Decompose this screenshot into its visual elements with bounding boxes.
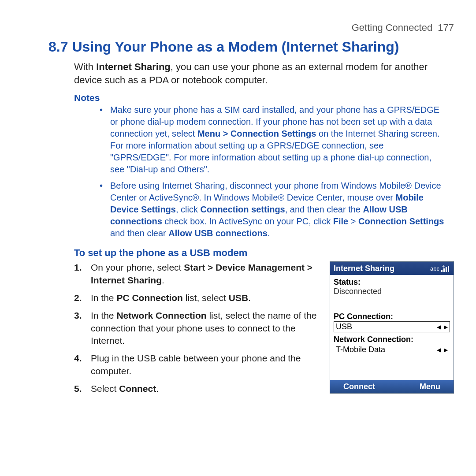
section-title: 8.7 Using Your Phone as a Modem (Interne… [48,39,454,55]
svg-rect-2 [446,267,447,272]
phone-softkeys: Connect Menu [330,380,454,393]
pc-connection-value: USB [336,322,352,331]
notes-list: Make sure your phone has a SIM card inst… [110,104,444,239]
network-connection-select[interactable]: T-Mobile Data ◀ ▶ [334,344,450,355]
svg-rect-1 [443,268,445,272]
intro-paragraph: With Internet Sharing, you can use your … [74,60,454,86]
signal-icon [441,265,450,272]
note-item: Make sure your phone has a SIM card inst… [110,104,444,175]
pc-connection-label: PC Connection: [334,312,450,321]
step-item: On your phone, select Start > Device Man… [74,261,319,286]
step-item: In the PC Connection list, select USB. [74,292,319,304]
notes-label: Notes [74,93,454,103]
phone-titlebar: Internet Sharing abc [330,262,454,275]
pc-connection-select[interactable]: USB ◀ ▶ [334,321,450,332]
step-item: Plug in the USB cable between your phone… [74,352,319,377]
network-connection-value: T-Mobile Data [336,345,385,354]
left-right-arrows-icon: ◀ ▶ [437,324,449,330]
left-right-arrows-icon: ◀ ▶ [437,347,449,353]
status-value: Disconnected [334,287,450,296]
phone-screenshot: Internet Sharing abc Status: Disconnecte… [330,261,454,394]
svg-rect-0 [441,270,443,272]
step-item: In the Network Connection list, select t… [74,309,319,347]
header-section: Getting Connected [352,22,432,33]
svg-rect-3 [448,266,449,272]
page-header: Getting Connected 177 [22,22,454,33]
step-item: Select Connect. [74,383,319,395]
header-page-number: 177 [438,22,454,33]
phone-title: Internet Sharing [334,264,394,273]
input-mode-indicator: abc [430,265,439,272]
network-connection-label: Network Connection: [334,335,450,344]
note-item: Before using Internet Sharing, disconnec… [110,180,444,239]
titlebar-icons: abc [430,265,450,272]
steps-and-screenshot: On your phone, select Start > Device Man… [74,261,454,400]
softkey-menu[interactable]: Menu [420,382,440,391]
manual-page: Getting Connected 177 8.7 Using Your Pho… [0,0,476,400]
subheading: To set up the phone as a USB modem [74,247,454,259]
phone-body: Status: Disconnected PC Connection: USB … [330,275,454,380]
steps-list: On your phone, select Start > Device Man… [74,261,330,400]
status-label: Status: [334,278,450,287]
softkey-connect[interactable]: Connect [343,382,375,391]
